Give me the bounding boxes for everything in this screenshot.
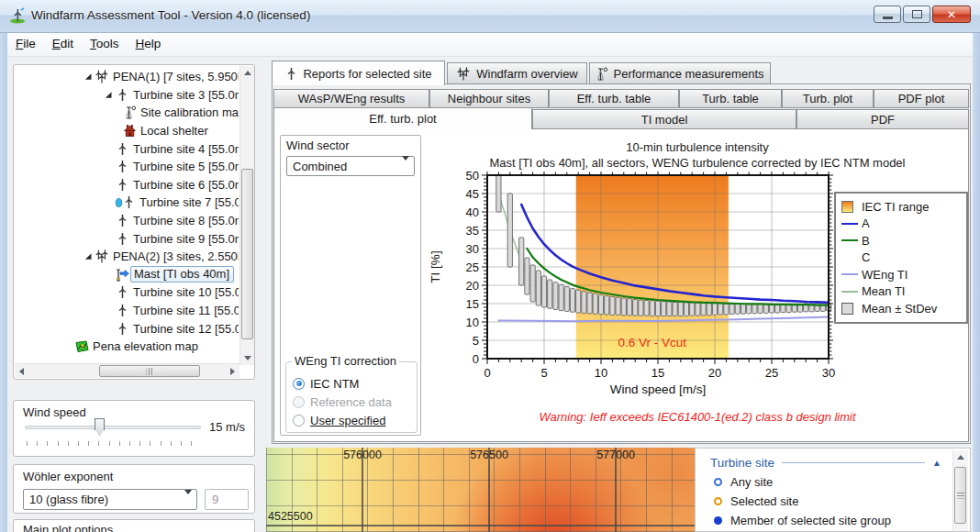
close-button[interactable]: ✕: [932, 6, 971, 23]
radio-button-icon[interactable]: [293, 415, 305, 427]
tab-windfarm-overview[interactable]: Windfarm overview: [447, 62, 587, 84]
subtab-turb-table[interactable]: Turb. table: [679, 89, 782, 108]
site-legend-item: Any site: [714, 473, 773, 490]
chevron-down-icon: [184, 494, 192, 508]
subtab-ti-model[interactable]: TI model: [532, 109, 796, 129]
scroll-left-arrow[interactable]: [15, 364, 28, 378]
turbine-icon: [115, 322, 130, 336]
scroll-right-arrow[interactable]: [226, 364, 239, 378]
wohler-dropdown[interactable]: 10 (glass fibre): [23, 489, 197, 510]
tree-horizontal-scrollbar[interactable]: [15, 363, 239, 378]
menu-help[interactable]: Help: [128, 33, 170, 54]
radio-iec-ntm[interactable]: IEC NTM: [293, 375, 359, 392]
tab-label: Neighbour sites: [448, 92, 530, 105]
subtab-neighbour-sites[interactable]: Neighbour sites: [429, 89, 549, 108]
menu-file[interactable]: File: [7, 33, 44, 54]
wind-sector-label: Wind sector: [286, 139, 350, 152]
tree-item[interactable]: Turbine site 8 [55.0m: [15, 212, 239, 230]
tree-item[interactable]: Pena elevation map: [15, 338, 239, 356]
expander-icon[interactable]: [83, 252, 95, 260]
turbine-icon: [115, 142, 130, 156]
tree-vertical-scrollbar[interactable]: [239, 66, 254, 365]
tree-item-label: PENA(1) [7 sites, 5.950M: [110, 70, 239, 83]
wind-speed-slider-thumb[interactable]: [95, 418, 105, 436]
tree-item[interactable]: Local shelter: [15, 122, 239, 140]
blue-ring-icon: [714, 478, 722, 486]
subtab-pdf[interactable]: PDF: [796, 109, 969, 129]
tree-item[interactable]: Site calibration ma: [15, 104, 239, 122]
wind-sector-dropdown[interactable]: Combined: [286, 156, 415, 176]
site-legend-item: Selected site: [714, 493, 798, 509]
expander-icon[interactable]: [103, 91, 115, 99]
svg-text:TI [%]: TI [%]: [429, 250, 442, 283]
legend-entry: WEng TI: [841, 266, 961, 283]
subtab-wasp-weng-results[interactable]: WAsP/WEng results: [273, 89, 429, 108]
app-icon: [9, 7, 26, 27]
subtab-eff-turb-plot[interactable]: Eff. turb. plot: [273, 107, 532, 129]
weng-ti-correction-label: WEng TI correction: [292, 354, 399, 368]
wind-speed-group: Wind speed 15 m/s: [13, 400, 255, 457]
tab-performance-measurements[interactable]: Performance measurements: [589, 62, 771, 84]
menu-edit[interactable]: Edit: [44, 33, 82, 54]
site-legend-label: Selected site: [730, 494, 798, 508]
tree-item[interactable]: Turbine site 4 [55.0m: [15, 139, 239, 158]
tree-item[interactable]: Turbine site 5 [55.0m: [15, 158, 239, 176]
tree-item[interactable]: Turbine site 6 [55.0m: [15, 176, 239, 194]
radio-label: Reference data: [310, 395, 392, 409]
map-x-coordinate: 576500: [466, 449, 512, 461]
panel-scrollbar[interactable]: [952, 450, 968, 531]
eff-turb-plot-page: Wind sector Combined WEng TI correction …: [273, 128, 969, 442]
scrollbar-thumb[interactable]: [99, 365, 200, 377]
maximize-button[interactable]: [903, 6, 930, 23]
wohler-custom-value-field[interactable]: 9: [205, 489, 249, 510]
tree-item[interactable]: Turbine site 11 [55.0m: [15, 302, 239, 320]
menu-tools[interactable]: Tools: [82, 33, 128, 54]
mast-icon: [596, 67, 608, 81]
wohler-group: Wöhler exponent 10 (glass fibre) 9: [13, 464, 255, 514]
site-tree: PENA(1) [7 sites, 5.950MTurbine site 3 […: [13, 64, 255, 380]
wind-speed-slider-track[interactable]: [25, 426, 201, 429]
turbine-icon: [115, 214, 130, 227]
turbine-icon: [115, 304, 130, 317]
radio-button-icon[interactable]: [293, 378, 305, 390]
tree-item[interactable]: Mast [TI obs 40m]: [15, 266, 239, 284]
turbine-icon: [115, 160, 130, 173]
scrollbar-thumb[interactable]: [241, 169, 253, 339]
elevation-map-icon: [74, 340, 90, 353]
site-calibration-icon: [122, 105, 138, 119]
subtab-turb-plot[interactable]: Turb. plot: [782, 89, 874, 108]
chart-title: 10-min turbulence intensity: [427, 140, 968, 154]
tab-label: WAsP/WEng results: [298, 92, 406, 105]
map-canvas[interactable]: 576000 576500 577000 4525500: [266, 448, 695, 532]
tree-item[interactable]: Turbine site 10 [55.0m: [15, 283, 239, 302]
site-legend-label: Member of selected site group: [730, 514, 891, 527]
legend-entry: Mean ± StDev: [841, 300, 961, 317]
radio-reference-data: Reference data: [293, 393, 392, 410]
wind-speed-label: Wind speed: [23, 405, 86, 419]
radio-user-specified[interactable]: User specified: [293, 412, 385, 428]
tree-item[interactable]: PENA(2) [3 sites, 2.550M: [15, 248, 239, 266]
tree-item[interactable]: Turbine site 7 [55.0m: [15, 194, 239, 212]
weng-ti-correction-group: WEng TI correction IEC NTMReference data…: [285, 361, 418, 433]
collapse-arrow-icon[interactable]: ▲: [932, 458, 941, 468]
tree-item[interactable]: PENA(1) [7 sites, 5.950M: [15, 68, 239, 86]
tree-item[interactable]: Turbine site 12 [55.0m: [15, 319, 239, 338]
scroll-up-arrow[interactable]: [953, 450, 967, 464]
legend-entry: Mean TI: [841, 283, 961, 301]
minimize-button[interactable]: [874, 6, 901, 23]
subtab-eff-turb-table[interactable]: Eff. turb. table: [549, 89, 679, 108]
svg-text:25: 25: [466, 260, 479, 274]
svg-text:0: 0: [473, 352, 479, 366]
subtab-pdf-plot[interactable]: PDF plot: [874, 89, 969, 108]
wind-sector-box: Wind sector Combined WEng TI correction …: [280, 135, 421, 436]
expander-icon[interactable]: [83, 72, 95, 81]
site-legend-item: Member of selected site group: [714, 512, 891, 528]
tab-reports-for-selected-site[interactable]: Reports for selected site: [272, 61, 445, 85]
scroll-down-arrow[interactable]: [240, 351, 254, 365]
scrollbar-thumb[interactable]: [954, 467, 966, 524]
tree-item-label: Turbine site 9 [55.0m: [130, 232, 239, 246]
tree-item[interactable]: Turbine site 9 [55.0m: [15, 229, 239, 248]
radio-label: IEC NTM: [310, 377, 359, 391]
tree-item[interactable]: Turbine site 3 [55.0m: [15, 86, 239, 105]
scroll-up-arrow[interactable]: [240, 66, 254, 80]
